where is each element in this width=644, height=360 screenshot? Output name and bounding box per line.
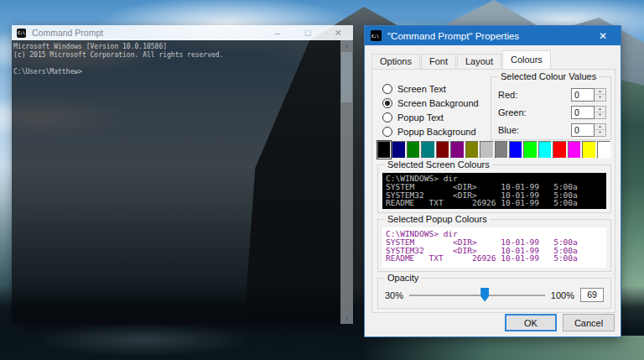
colour-target-radios: Screen TextScreen BackgroundPopup TextPo… [382, 81, 479, 138]
dialog-close-button[interactable]: ✕ [585, 26, 621, 45]
radio-icon [382, 127, 392, 137]
opacity-row: 30% 100% 69 [385, 288, 604, 302]
radio-icon [382, 112, 392, 123]
spinner-up-icon[interactable]: ▲ [595, 107, 605, 113]
cmd-scrollbar[interactable]: ▲ ▼ [340, 40, 353, 324]
scroll-down-icon[interactable]: ▼ [340, 316, 353, 321]
cmd-icon: C:\ [371, 30, 382, 41]
colour-swatch[interactable] [523, 141, 537, 159]
dialog-buttons: OK Cancel [505, 314, 615, 331]
popup-colours-preview: C:\WINDOWS> dir SYSTEM <DIR> 10-01-99 5:… [382, 227, 606, 268]
cmd-console[interactable]: Microsoft Windows [Version 10.0.10586] (… [12, 40, 353, 324]
blue-label: Blue: [498, 125, 537, 135]
minimize-button[interactable]: – [262, 25, 293, 40]
radio-popup-background[interactable]: Popup Background [382, 124, 479, 138]
opacity-group: Opacity 30% 100% 69 [377, 278, 611, 309]
spinner-down-icon[interactable]: ▼ [595, 130, 605, 136]
colours-tab-panel: Screen TextScreen BackgroundPopup TextPo… [371, 69, 615, 313]
cmd-icon-glyph: C:\ [371, 34, 379, 39]
selected-screen-colours-group: Selected Screen Colours C:\WINDOWS> dir … [377, 164, 611, 213]
red-value-input[interactable]: 0 [571, 88, 595, 102]
opacity-max-label: 100% [551, 290, 574, 300]
cancel-button[interactable]: Cancel [563, 314, 615, 331]
radio-icon [382, 84, 392, 94]
spinner-up-icon[interactable]: ▲ [595, 124, 605, 131]
dialog-titlebar[interactable]: C:\ "Command Prompt" Properties ✕ [365, 26, 621, 45]
spinner-up-icon[interactable]: ▲ [595, 89, 605, 96]
colour-swatch[interactable] [450, 141, 464, 159]
colour-swatch[interactable] [509, 141, 522, 159]
colour-value-row: Green:0▲▼ [498, 103, 606, 121]
scrollbar-thumb[interactable] [341, 52, 352, 102]
opacity-value-field[interactable]: 69 [580, 288, 604, 302]
properties-dialog: C:\ "Command Prompt" Properties ✕ Option… [364, 25, 621, 337]
colour-swatch[interactable] [495, 141, 508, 159]
cmd-icon-glyph: C:\ [17, 30, 25, 35]
colour-swatch[interactable] [377, 141, 391, 159]
radio-label: Screen Background [397, 98, 479, 108]
spinner-down-icon[interactable]: ▼ [595, 95, 605, 101]
colour-value-row: Red:0▲▼ [498, 86, 606, 103]
colour-swatch[interactable] [553, 141, 566, 159]
selected-popup-colours-group: Selected Popup Colours C:\WINDOWS> dir S… [377, 219, 611, 272]
cmd-titlebar[interactable]: C:\ Command Prompt – □ ✕ [12, 25, 353, 40]
radio-icon [382, 98, 392, 108]
colour-swatch[interactable] [436, 141, 449, 159]
maximize-button[interactable]: □ [293, 25, 323, 40]
radio-popup-text[interactable]: Popup Text [382, 110, 479, 124]
green-value-input[interactable]: 0 [571, 106, 595, 119]
blue-value-input[interactable]: 0 [571, 123, 595, 137]
radio-screen-text[interactable]: Screen Text [382, 81, 479, 96]
colour-palette [377, 141, 610, 159]
desktop: C:\ Command Prompt – □ ✕ Microsoft Windo… [0, 0, 644, 360]
opacity-slider[interactable] [409, 295, 545, 296]
ok-button[interactable]: OK [505, 314, 557, 331]
opacity-min-label: 30% [385, 290, 403, 300]
radio-label: Popup Text [397, 112, 444, 123]
spinner-down-icon[interactable]: ▼ [595, 112, 605, 118]
colour-swatch[interactable] [407, 141, 420, 159]
wallpaper-water-teal [361, 336, 644, 360]
close-button[interactable]: ✕ [323, 25, 353, 40]
group-legend: Selected Screen Colours [385, 159, 492, 170]
radio-label: Screen Text [397, 84, 446, 94]
red-label: Red: [498, 90, 537, 100]
group-legend: Selected Colour Values [498, 71, 599, 81]
dialog-title: "Command Prompt" Properties [387, 31, 585, 41]
colour-swatch[interactable] [480, 141, 493, 159]
colour-swatch[interactable] [421, 141, 434, 159]
cmd-icon: C:\ [17, 29, 26, 38]
radio-label: Popup Background [397, 127, 476, 137]
cmd-window-title: Command Prompt [32, 28, 262, 38]
selected-colour-values-group: Selected Colour Values Red:0▲▼Green:0▲▼B… [491, 76, 611, 140]
console-output: Microsoft Windows [Version 10.0.10586] (… [12, 40, 353, 76]
group-legend: Selected Popup Colours [385, 214, 490, 224]
screen-colours-preview: C:\WINDOWS> dir SYSTEM <DIR> 10-01-99 5:… [382, 173, 606, 209]
colour-value-row: Blue:0▲▼ [498, 121, 606, 138]
colour-swatch[interactable] [392, 141, 405, 159]
colour-swatch[interactable] [597, 141, 610, 159]
tab-font[interactable]: Font [421, 54, 456, 69]
radio-screen-background[interactable]: Screen Background [382, 96, 479, 110]
tab-strip: OptionsFontLayoutColours [371, 52, 552, 69]
colour-swatch[interactable] [465, 141, 479, 159]
green-label: Green: [498, 107, 537, 117]
colour-swatch[interactable] [582, 141, 595, 159]
tab-layout[interactable]: Layout [457, 54, 501, 69]
colour-swatch[interactable] [568, 141, 581, 159]
colour-value-rows: Red:0▲▼Green:0▲▼Blue:0▲▼ [498, 86, 606, 138]
opacity-slider-thumb[interactable] [480, 288, 489, 302]
group-legend: Opacity [385, 273, 421, 283]
colour-swatch[interactable] [538, 141, 552, 159]
scroll-up-icon[interactable]: ▲ [340, 43, 353, 48]
command-prompt-window: C:\ Command Prompt – □ ✕ Microsoft Windo… [12, 25, 353, 324]
tab-options[interactable]: Options [371, 54, 420, 69]
tab-colours[interactable]: Colours [502, 50, 551, 69]
